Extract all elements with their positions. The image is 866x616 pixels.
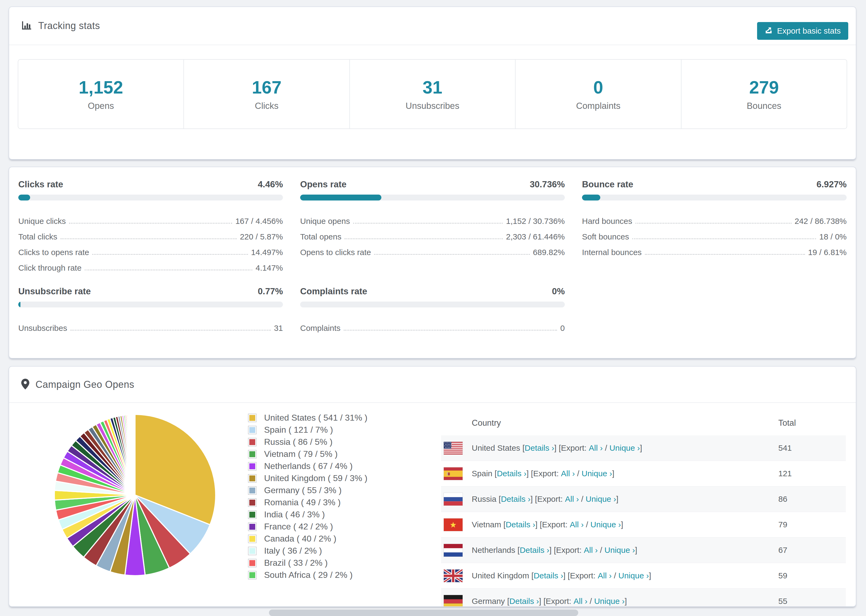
- export-all-link[interactable]: All ›: [598, 571, 612, 580]
- flag-gb: [444, 569, 463, 582]
- geo-header: Campaign Geo Opens: [9, 366, 856, 403]
- details-link[interactable]: Details ›: [497, 469, 526, 478]
- export-all-link[interactable]: All ›: [573, 597, 587, 606]
- legend-label: Canada ( 40 / 2% ): [264, 534, 337, 544]
- tracking-stats-card: Tracking stats Export basic stats 1,152O…: [9, 6, 856, 160]
- rate-title: Bounce rate: [582, 179, 633, 190]
- metric-value: 242 / 86.738%: [795, 217, 847, 226]
- legend-item: France ( 42 / 2% ): [248, 520, 367, 533]
- table-row: Germany [Details ›] [Export: All › / Uni…: [441, 589, 846, 607]
- country-name: Vietnam: [472, 520, 501, 529]
- details-link[interactable]: Details ›: [520, 545, 549, 555]
- export-unique-link[interactable]: Unique ›: [582, 469, 612, 478]
- export-all-link[interactable]: All ›: [570, 520, 584, 529]
- stat-label: Clicks: [255, 101, 279, 111]
- export-all-link[interactable]: All ›: [584, 545, 598, 555]
- rate-title: Complaints rate: [300, 286, 367, 297]
- metric-row: Opens to clicks rate689.82%: [300, 241, 565, 257]
- metric-row: Clicks to opens rate14.497%: [18, 241, 283, 257]
- rate-title: Unsubscribe rate: [18, 286, 91, 297]
- export-unique-link[interactable]: Unique ›: [605, 545, 635, 555]
- metric-label: Clicks to opens rate: [18, 248, 89, 257]
- progress-bar-fill: [582, 195, 600, 201]
- dotted-leader: [353, 223, 503, 224]
- export-all-link[interactable]: All ›: [565, 495, 579, 504]
- legend-label: United States ( 541 / 31% ): [264, 413, 367, 423]
- legend-label: Netherlands ( 67 / 4% ): [264, 461, 353, 471]
- export-basic-stats-button[interactable]: Export basic stats: [757, 22, 848, 40]
- column-header-total: Total: [778, 418, 796, 428]
- export-unique-link[interactable]: Unique ›: [586, 495, 616, 504]
- metric-label: Soft bounces: [582, 232, 629, 241]
- stat-label: Complaints: [576, 101, 620, 111]
- metric-row: Soft bounces18 / 0%: [582, 226, 847, 241]
- metric-row: Total clicks220 / 5.87%: [18, 226, 283, 241]
- legend-label: Vietnam ( 79 / 5% ): [264, 449, 337, 459]
- export-unique-link[interactable]: Unique ›: [618, 571, 649, 580]
- legend-label: Germany ( 55 / 3% ): [264, 486, 342, 495]
- dotted-leader: [71, 330, 271, 331]
- stat-label: Unsubscribes: [406, 101, 459, 111]
- details-link[interactable]: Details ›: [505, 520, 535, 529]
- legend-label: Brazil ( 33 / 2% ): [264, 558, 328, 568]
- row-total: 86: [778, 486, 787, 512]
- legend-label: Romania ( 49 / 3% ): [264, 498, 341, 508]
- legend-item: Netherlands ( 67 / 4% ): [248, 460, 367, 472]
- legend-item: Russia ( 86 / 5% ): [248, 436, 367, 448]
- export-all-link[interactable]: All ›: [589, 443, 603, 453]
- stat-value: 1,152: [79, 77, 123, 97]
- legend-label: South Africa ( 29 / 2% ): [264, 570, 353, 580]
- dotted-leader: [85, 270, 252, 270]
- summary-stats-group: 1,152Opens167Clicks31Unsubscribes0Compla…: [18, 59, 847, 129]
- metric-row: Internal bounces19 / 6.81%: [582, 241, 847, 257]
- export-all-link[interactable]: All ›: [561, 469, 575, 478]
- metric-value: 1,152 / 30.736%: [506, 217, 565, 226]
- stat-label: Bounces: [747, 101, 781, 111]
- export-unique-link[interactable]: Unique ›: [590, 520, 621, 529]
- legend-item: Italy ( 36 / 2% ): [248, 545, 367, 557]
- legend-item: United States ( 541 / 31% ): [248, 412, 367, 424]
- rate-value: 6.927%: [817, 179, 847, 190]
- metric-label: Click through rate: [18, 263, 82, 272]
- progress-bar: [582, 195, 847, 201]
- metric-value: 2,303 / 61.446%: [506, 232, 565, 241]
- legend-item: Brazil ( 33 / 2% ): [248, 557, 367, 569]
- legend-item: Canada ( 40 / 2% ): [248, 533, 367, 545]
- row-total: 541: [778, 435, 792, 460]
- legend-swatch: [248, 547, 257, 555]
- details-link[interactable]: Details ›: [501, 495, 531, 504]
- metric-value: 4.147%: [255, 263, 283, 272]
- flag-us: [444, 442, 463, 454]
- legend-label: Russia ( 86 / 5% ): [264, 437, 332, 447]
- column-header-country: Country: [472, 418, 501, 428]
- pie-slice-other[interactable]: [135, 415, 135, 495]
- legend-item: Germany ( 55 / 3% ): [248, 484, 367, 497]
- stat-value: 31: [422, 77, 442, 97]
- dotted-leader: [69, 223, 232, 224]
- map-pin-icon: [21, 379, 30, 391]
- progress-bar: [18, 195, 283, 201]
- country-name: Netherlands: [472, 545, 515, 555]
- export-unique-link[interactable]: Unique ›: [609, 443, 640, 453]
- export-unique-link[interactable]: Unique ›: [594, 597, 625, 606]
- legend-label: United Kingdom ( 59 / 3% ): [264, 473, 367, 483]
- stat-value: 167: [252, 77, 282, 97]
- metric-value: 18 / 0%: [819, 232, 847, 241]
- legend-swatch: [248, 474, 257, 483]
- legend-swatch: [248, 534, 257, 543]
- country-name: Germany: [472, 597, 505, 606]
- metric-label: Unsubscribes: [18, 324, 67, 333]
- metric-row: Unsubscribes31: [18, 317, 283, 333]
- horizontal-scrollbar-thumb[interactable]: [269, 610, 578, 616]
- legend-item: South Africa ( 29 / 2% ): [248, 569, 367, 581]
- details-link[interactable]: Details ›: [509, 597, 539, 606]
- dotted-leader: [345, 238, 503, 239]
- stat-box-bounces: 279Bounces: [681, 60, 847, 129]
- details-link[interactable]: Details ›: [534, 571, 563, 580]
- rate-panel-clicks-rate: Clicks rate4.46%Unique clicks167 / 4.456…: [18, 178, 283, 272]
- metric-label: Unique opens: [300, 217, 350, 226]
- details-link[interactable]: Details ›: [525, 443, 554, 453]
- table-row: United Kingdom [Details ›] [Export: All …: [441, 563, 846, 589]
- dotted-leader: [636, 223, 792, 224]
- stat-box-complaints: 0Complaints: [515, 60, 681, 129]
